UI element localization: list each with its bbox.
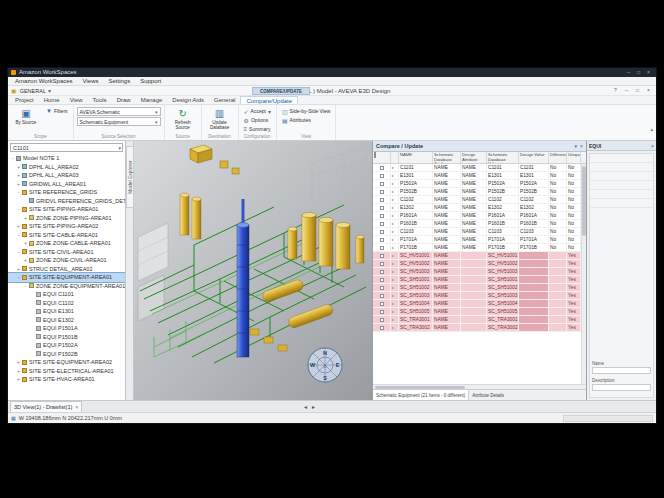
tab-schematic-equipment[interactable]: Schematic Equipment (21 Items - 0 differ…: [373, 390, 469, 400]
row-expander-icon[interactable]: ▸: [391, 300, 399, 307]
ribbon-tab[interactable]: Tools: [88, 96, 112, 104]
compare-row[interactable]: ▸ P1701A NAME NAME P1701A P1701A No No: [373, 236, 586, 244]
app-maximize-icon[interactable]: □: [633, 86, 642, 95]
scrollbar-thumb[interactable]: [375, 386, 465, 389]
field-input[interactable]: [592, 384, 651, 391]
accept-checkbox[interactable]: [380, 326, 384, 330]
row-expander-icon[interactable]: ▸: [391, 284, 399, 291]
compare-row[interactable]: ▸ C1103 NAME NAME C1103 C1103 No No: [373, 228, 586, 236]
ribbon-tab[interactable]: Home: [39, 96, 65, 104]
tree-item[interactable]: - SITE SITE-EQUIPMENT-AREA01: [8, 273, 125, 282]
tree-item[interactable]: - SITE REFERENCE_GRIDS: [8, 188, 125, 197]
accept-checkbox[interactable]: [380, 262, 384, 266]
accept-all-checkbox[interactable]: [374, 152, 376, 158]
menu-item[interactable]: Support: [135, 77, 166, 86]
column-header-schematic-value[interactable]: Schematic Database Value: [487, 152, 519, 163]
tree-expand-toggle[interactable]: +: [22, 215, 29, 221]
compare-row[interactable]: ▸ P1502A NAME NAME P1502A P1502A No No: [373, 180, 586, 188]
row-expander-icon[interactable]: ▸: [391, 252, 399, 259]
column-header-icon[interactable]: [391, 152, 399, 163]
accept-checkbox[interactable]: [380, 214, 384, 218]
row-expander-icon[interactable]: ▸: [391, 308, 399, 315]
tree-item[interactable]: EQUI E1302: [8, 316, 125, 325]
side-by-side-view-button[interactable]: ◫ Side-by-Side View: [280, 107, 332, 115]
model-explorer-vertical-tab[interactable]: Model Explorer: [126, 146, 134, 208]
compare-row[interactable]: ▸ SC_TRA3001 NAME SC_TRA3001 Yes: [373, 316, 586, 324]
compare-row[interactable]: ▸ SC_SH51003 NAME SC_SH51003 Yes: [373, 292, 586, 300]
row-expander-icon[interactable]: ▸: [391, 212, 399, 219]
accept-checkbox[interactable]: [380, 254, 384, 258]
tree-expand-toggle[interactable]: -: [15, 189, 22, 195]
maximize-icon[interactable]: □: [634, 68, 643, 77]
row-expander-icon[interactable]: ▸: [391, 164, 399, 171]
column-header-unique[interactable]: Unique: [567, 152, 581, 163]
ribbon-tab[interactable]: View: [65, 96, 88, 104]
ribbon-tab[interactable]: Project: [10, 96, 39, 104]
compare-row[interactable]: ▸ E1302 NAME NAME E1302 E1302 No No: [373, 204, 586, 212]
compare-row[interactable]: ▸ SC_HV51001 NAME SC_HV51001 Yes: [373, 252, 586, 260]
row-expander-icon[interactable]: ▸: [391, 172, 399, 179]
tree-item[interactable]: + SITE SITE-ELECTRICAL-AREA01: [8, 367, 125, 376]
tree-item[interactable]: + STRUC DETAIL_AREA02: [8, 265, 125, 274]
options-button[interactable]: ⚙ Options: [242, 116, 273, 124]
accept-checkbox[interactable]: [380, 230, 384, 234]
search-input[interactable]: [11, 145, 118, 151]
tree-item[interactable]: EQUI P1502B: [8, 350, 125, 359]
tree-item[interactable]: + DPHL ALL_AREA02: [8, 163, 125, 172]
tree-expand-toggle[interactable]: -: [22, 283, 29, 289]
accept-checkbox[interactable]: [380, 318, 384, 322]
vertical-scrollbar[interactable]: [581, 164, 586, 384]
menu-item[interactable]: Amazon WorkSpaces: [10, 77, 78, 86]
menu-item[interactable]: Views: [78, 77, 104, 86]
quick-access-dropdown[interactable]: GENERAL ▾: [20, 86, 51, 96]
column-header-accept[interactable]: [373, 152, 391, 163]
ribbon-tab[interactable]: General: [209, 96, 240, 104]
row-expander-icon[interactable]: ▸: [391, 180, 399, 187]
accept-checkbox[interactable]: [380, 206, 384, 210]
accept-checkbox[interactable]: [380, 294, 384, 298]
row-expander-icon[interactable]: ▸: [391, 236, 399, 243]
tree-item[interactable]: EQUI E1301: [8, 307, 125, 316]
compare-row[interactable]: ▸ P1601A NAME NAME P1601A P1601A No No: [373, 212, 586, 220]
row-expander-icon[interactable]: ▸: [391, 324, 399, 331]
ribbon-tab[interactable]: Design Aids: [167, 96, 209, 104]
tree-expand-toggle[interactable]: +: [15, 359, 22, 365]
minimize-icon[interactable]: ─: [624, 68, 633, 77]
tree-item[interactable]: EQUI P1501A: [8, 324, 125, 333]
accept-checkbox[interactable]: [380, 174, 384, 178]
tree-expand-toggle[interactable]: +: [15, 164, 22, 170]
scrollbar-thumb[interactable]: [582, 166, 586, 236]
source-type-dropdown[interactable]: AVEVA Schematic ▾: [77, 107, 161, 116]
accept-button[interactable]: ✓ Accept ▾: [242, 107, 273, 115]
compare-row[interactable]: ▸ SC_SH51002 NAME SC_SH51002 Yes: [373, 284, 586, 292]
accept-checkbox[interactable]: [380, 182, 384, 186]
ribbon-tab[interactable]: Manage: [136, 96, 168, 104]
column-header-difference[interactable]: Difference: [549, 152, 567, 163]
3d-viewport[interactable]: N S W E U: [134, 141, 372, 400]
tree-expand-toggle[interactable]: -: [15, 274, 22, 280]
3d-view-tab[interactable]: 3D View(1) - Drawlist(1) ×: [10, 401, 82, 412]
row-expander-icon[interactable]: ▸: [391, 316, 399, 323]
tree-item[interactable]: EQUI C1101: [8, 290, 125, 299]
attributes-button[interactable]: ▤ Attributes: [280, 116, 332, 124]
compare-row[interactable]: ▸ SC_SH51005 NAME SC_SH51005 Yes: [373, 308, 586, 316]
column-header-design-attr[interactable]: Design Attribute: [461, 152, 487, 163]
accept-checkbox[interactable]: [380, 166, 384, 170]
tree-item[interactable]: + ZONE ZONE-CABLE-AREA01: [8, 239, 125, 248]
ribbon-tab[interactable]: Compare/Update: [240, 96, 298, 104]
tree-item[interactable]: + DPHL ALL_AREA03: [8, 171, 125, 180]
accept-checkbox[interactable]: [380, 190, 384, 194]
compare-row[interactable]: ▸ SC_TRA3002 NAME SC_TRA3002 Yes: [373, 324, 586, 332]
tree-item[interactable]: + SITE SITE-PIPING-AREA02: [8, 222, 125, 231]
accept-checkbox[interactable]: [380, 302, 384, 306]
tree-item[interactable]: + GRIDWL ALL_AREA01: [8, 180, 125, 189]
scroll-left-icon[interactable]: ◂: [304, 403, 307, 410]
accept-checkbox[interactable]: [380, 286, 384, 290]
app-minimize-icon[interactable]: ─: [622, 86, 631, 95]
close-icon[interactable]: ×: [580, 143, 583, 149]
compare-row[interactable]: ▸ E1301 NAME NAME E1301 E1301 No No: [373, 172, 586, 180]
tree-expand-toggle[interactable]: -: [15, 232, 22, 238]
tree-expand-toggle[interactable]: -: [9, 155, 16, 161]
tree-expand-toggle[interactable]: +: [15, 368, 22, 374]
summary-button[interactable]: ≡ Summary: [242, 125, 273, 133]
